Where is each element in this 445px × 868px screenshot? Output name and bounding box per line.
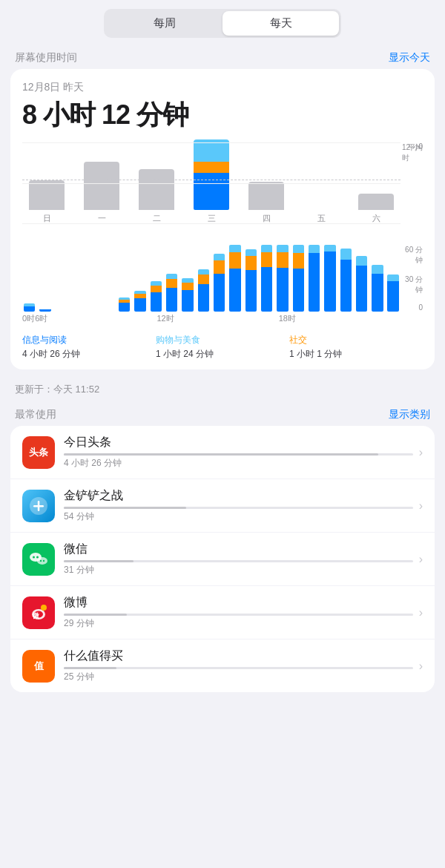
svg-point-8 [43, 559, 44, 561]
category-time: 4 小时 26 分钟 [22, 348, 156, 361]
app-name: 什么值得买 [64, 648, 413, 664]
bar-day-label: 六 [372, 213, 380, 224]
tab-weekly[interactable]: 每周 [106, 11, 222, 36]
hourly-y-zero: 0 [402, 303, 423, 312]
hourly-y-labels: 60 分钟 30 分钟 0 [402, 245, 423, 312]
app-time: 54 分钟 [64, 510, 413, 523]
category-stats: 信息与阅读4 小时 26 分钟购物与美食1 小时 24 分钟社交1 小时 1 分… [22, 334, 423, 361]
hourly-x-label: 12时 [156, 313, 278, 324]
category-name: 购物与美食 [156, 334, 289, 346]
hourly-bar-col [275, 245, 289, 312]
hourly-bar-col [307, 245, 321, 312]
date-label: 12月8日 昨天 [22, 81, 423, 94]
hourly-x-label: 0时 [22, 313, 35, 324]
hourly-bar-col [117, 245, 131, 312]
category-name: 信息与阅读 [22, 334, 156, 346]
hourly-bar-col [212, 245, 226, 312]
app-usage-bar [64, 667, 413, 669]
hourly-bar-col [133, 245, 147, 312]
weekly-bar-col: 五 [297, 142, 346, 224]
hourly-bar-col [22, 245, 36, 312]
bar-day-label: 二 [153, 213, 161, 224]
app-usage-bar-fill [64, 507, 186, 509]
chevron-right-icon: › [419, 499, 423, 513]
app-row[interactable]: 微信31 分钟› [10, 533, 435, 586]
app-info: 今日头条4 小时 26 分钟 [64, 435, 413, 470]
hourly-bar-col [149, 245, 163, 312]
app-usage-bar [64, 614, 413, 616]
screen-time-header: 屏幕使用时间 显示今天 [0, 44, 445, 69]
svg-point-6 [37, 557, 47, 565]
weekly-bar-col: 六 [352, 142, 400, 224]
svg-point-4 [33, 556, 35, 558]
category-name: 社交 [289, 334, 423, 346]
hourly-bar-col [85, 245, 99, 312]
main-card: 12月8日 昨天 8 小时 12 分钟 12 小时 平均 0 日一二三四五六 6… [10, 69, 435, 369]
hourly-bar-col [197, 245, 211, 312]
app-row[interactable]: 微微博29 分钟› [10, 586, 435, 640]
tab-daily[interactable]: 每天 [222, 11, 339, 36]
app-icon: 值 [22, 650, 55, 683]
chevron-right-icon: › [419, 446, 423, 459]
svg-text:微: 微 [32, 612, 40, 619]
most-used-title: 最常使用 [15, 408, 56, 421]
app-usage-bar [64, 453, 413, 456]
app-usage-bar-fill [64, 614, 127, 616]
app-row[interactable]: 值什么值得买25 分钟› [10, 640, 435, 692]
app-time: 4 小时 26 分钟 [64, 457, 413, 470]
bar-day-label: 五 [317, 213, 326, 224]
category-time: 1 小时 24 分钟 [156, 348, 289, 361]
hourly-bar-col [180, 245, 194, 312]
tab-container: 每周 每天 [104, 9, 341, 38]
most-used-card: 头条今日头条4 小时 26 分钟›金铲铲之战54 分钟›微信31 分钟›微微博2… [10, 426, 435, 692]
hourly-bar-col [386, 245, 400, 312]
updated-label: 更新于：今天 11:52 [0, 378, 445, 401]
hourly-bars [22, 245, 423, 312]
app-usage-bar-fill [64, 560, 134, 562]
hourly-y-mid: 30 分钟 [402, 274, 423, 295]
app-row[interactable]: 金铲铲之战54 分钟› [10, 479, 435, 533]
y-axis-labels: 12 小时 平均 0 [402, 142, 423, 224]
app-row[interactable]: 头条今日头条4 小时 26 分钟› [10, 426, 435, 479]
show-today-button[interactable]: 显示今天 [389, 51, 430, 65]
hourly-bar-col [54, 245, 68, 312]
hourly-bar-col [291, 245, 306, 312]
hourly-bar-col [355, 245, 369, 312]
hourly-x-label: 6时 [35, 313, 156, 324]
y-label-zero: 0 [418, 142, 423, 151]
weekly-chart: 12 小时 平均 0 日一二三四五六 [22, 142, 423, 239]
hourly-x-labels: 0时6时12时18时 [22, 313, 423, 324]
hourly-chart: 60 分钟 30 分钟 0 0时6时12时18时 [22, 245, 423, 326]
app-usage-bar-fill [64, 453, 378, 456]
weekly-bars: 日一二三四五六 [22, 142, 423, 224]
show-category-button[interactable]: 显示类别 [389, 408, 430, 421]
app-icon [22, 490, 55, 522]
hourly-bar-col [38, 245, 52, 312]
svg-point-11 [41, 605, 47, 611]
weekly-bar-col: 二 [132, 142, 181, 224]
weekly-bar-col: 四 [242, 142, 291, 224]
app-name: 微博 [64, 595, 413, 611]
app-time: 29 分钟 [64, 617, 413, 630]
app-time: 31 分钟 [64, 564, 413, 576]
bar-day-label: 三 [208, 213, 216, 224]
chevron-right-icon: › [419, 660, 423, 673]
category-item: 购物与美食1 小时 24 分钟 [156, 334, 289, 361]
category-item: 社交1 小时 1 分钟 [289, 334, 423, 361]
chevron-right-icon: › [419, 553, 423, 566]
total-time: 8 小时 12 分钟 [22, 97, 423, 134]
hourly-bar-col [228, 245, 242, 312]
most-used-header: 最常使用 显示类别 [0, 401, 445, 426]
app-usage-bar [64, 560, 413, 562]
hourly-bar-col [244, 245, 258, 312]
hourly-bar-col [70, 245, 84, 312]
app-name: 微信 [64, 542, 413, 557]
app-icon [22, 543, 55, 576]
hourly-y-top: 60 分钟 [402, 245, 423, 266]
weekly-bar-col: 一 [77, 142, 126, 224]
hourly-bar-col [165, 245, 179, 312]
hourly-bar-col [370, 245, 384, 312]
tab-bar: 每周 每天 [0, 0, 445, 44]
hourly-bar-col [323, 245, 337, 312]
app-info: 什么值得买25 分钟 [64, 648, 413, 683]
